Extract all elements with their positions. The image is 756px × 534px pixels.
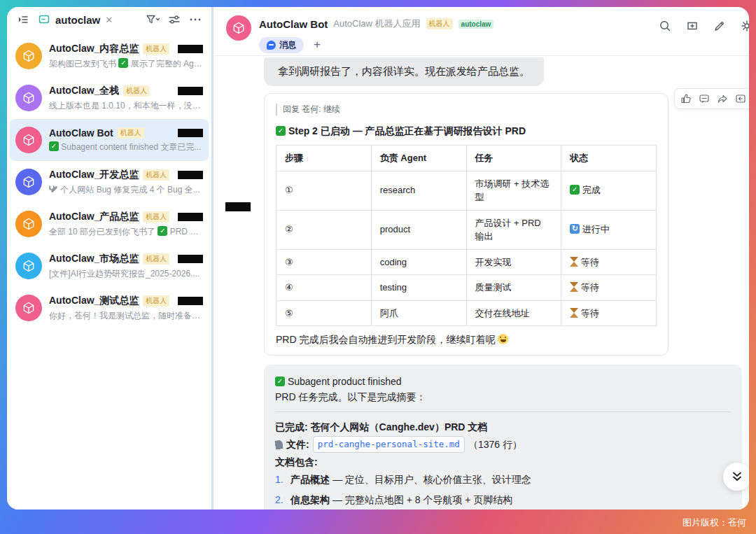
robot-tag: 机器人	[143, 169, 169, 181]
table-row: ① research 市场调研 + 技术选型 完成	[276, 171, 657, 210]
comment-icon[interactable]	[697, 92, 711, 106]
forward-icon[interactable]	[715, 92, 729, 106]
filter-funnel-icon[interactable]	[146, 12, 161, 27]
chat-list-item[interactable]: AutoClaw_测试总监机器人 你好，苍何！我是测试总监，随时准备接...	[10, 287, 209, 329]
message-area: 拿到调研报告了，内容很详实。现在派发给产品总监。 回复 苍何: 继续 Step …	[214, 56, 749, 510]
double-chevron-down-icon	[731, 470, 743, 483]
refresh-emoji-icon	[570, 224, 580, 234]
sort-settings-icon[interactable]	[167, 12, 182, 27]
table-cell-status: 完成	[561, 171, 657, 210]
table-cell-step: ①	[276, 171, 372, 210]
table-cell-step: ⑤	[276, 300, 372, 326]
chat-preview: 你好，苍何！我是测试总监，随时准备接...	[49, 310, 203, 322]
summary-line2: PRD 任务完成。以下是完成摘要：	[275, 389, 731, 405]
table-row: ② product 产品设计 + PRD 输出 进行中	[276, 210, 657, 249]
table-cell-agent: product	[371, 210, 466, 249]
main-panel: AutoClaw Bot AutoClaw 机器人应用 机器人 autoclaw…	[214, 7, 749, 510]
chat-preview: [文件]AI行业趋势研究报告_2025-2026....	[49, 268, 203, 280]
table-header-cell: 状态	[561, 146, 657, 171]
reply-quote[interactable]: 回复 苍何: 继续	[276, 104, 657, 115]
autoclaw-tag: autoclaw	[458, 20, 494, 29]
redacted-timestamp	[178, 45, 203, 53]
chat-preview: 个人网站 Bug 修复完成 4 个 Bug 全...	[49, 184, 203, 196]
hg-emoji-icon	[570, 257, 578, 267]
table-cell-agent: 阿爪	[371, 300, 466, 326]
smile-emoji-icon	[498, 334, 508, 344]
redacted-block	[225, 202, 251, 211]
bot-avatar	[15, 85, 42, 111]
list-item: 1.产品概述 — 定位、目标用户、核心价值主张、设计理念	[275, 470, 731, 490]
chat-list-item[interactable]: AutoClaw_市场总监机器人 [文件]AI行业趋势研究报告_2025-202…	[10, 245, 209, 287]
table-row: ③ coding 开发实现 等待	[276, 249, 657, 275]
more-options-icon[interactable]	[188, 12, 203, 27]
summary-done-title: 已完成: 苍何个人网站（Canghe.dev）PRD 文档	[275, 419, 731, 435]
conversation-header: AutoClaw Bot AutoClaw 机器人应用 机器人 autoclaw…	[214, 7, 749, 56]
chat-title: AutoClaw_全栈	[49, 85, 119, 97]
check-emoji-icon	[275, 377, 285, 386]
bot-avatar	[15, 169, 42, 195]
conversation-title: AutoClaw Bot	[259, 18, 328, 30]
file-line-count: （1376 行）	[468, 437, 522, 452]
list-term: 信息架构	[290, 494, 330, 505]
search-chip-label: autoclaw	[55, 14, 100, 26]
redacted-timestamp	[178, 297, 203, 305]
step-heading: Step 2 已启动 — 产品总监正在基于调研报告设计 PRD	[276, 125, 657, 138]
file-icon	[274, 440, 284, 449]
chat-list-item[interactable]: AutoClaw_全栈机器人 线上版本也是 1.0.10，和本地一样，没有...	[10, 77, 209, 119]
redacted-timestamp	[178, 87, 203, 95]
chat-list-item[interactable]: AutoClaw_开发总监机器人 个人网站 Bug 修复完成 4 个 Bug 全…	[10, 161, 209, 203]
sidebar: autoclaw ✕ AutoClaw_内容总监机器人 架构图已发到飞书 展示了…	[7, 7, 214, 510]
chat-title: AutoClaw_开发总监	[49, 169, 139, 181]
chat-list-item[interactable]: AutoClaw_内容总监机器人 架构图已发到飞书 展示了完整的 Age...	[10, 35, 209, 77]
card-footer-text: PRD 完成后我会自动推进到开发阶段，继续盯着呢	[276, 334, 657, 346]
thumbs-up-icon[interactable]	[679, 92, 693, 106]
bot-avatar	[15, 295, 42, 321]
table-cell-agent: testing	[371, 275, 466, 301]
table-header-cell: 步骤	[276, 146, 372, 171]
table-row: ④ testing 质量测试 等待	[276, 275, 657, 301]
search-icon[interactable]	[657, 18, 673, 34]
status-card-message: 回复 苍何: 继续 Step 2 已启动 — 产品总监正在基于调研报告设计 PR…	[264, 93, 668, 356]
robot-tag: 机器人	[118, 127, 144, 139]
annotate-pen-icon[interactable]	[712, 18, 727, 34]
check-emoji-icon	[118, 58, 128, 68]
file-name-link[interactable]: prd-canghe-personal-site.md	[313, 436, 465, 453]
bot-avatar	[15, 127, 42, 153]
table-cell-agent: research	[371, 171, 466, 210]
chat-title: AutoClaw_市场总监	[49, 253, 139, 265]
new-window-icon[interactable]	[685, 18, 700, 34]
scroll-to-bottom-button[interactable]	[723, 463, 749, 491]
conversation-subtitle: AutoClaw 机器人应用	[333, 17, 420, 30]
list-number: 1.	[275, 470, 286, 490]
table-header-cell: 负责 Agent	[371, 146, 466, 171]
tab-messages[interactable]: 消息	[259, 37, 304, 53]
message-bubble-icon	[267, 41, 276, 50]
summary-line1: Subagent product finished	[275, 374, 731, 389]
add-tab-button[interactable]: +	[314, 38, 321, 52]
summary-message: Subagent product finished PRD 任务完成。以下是完成…	[264, 365, 742, 510]
message-hover-toolbar	[674, 88, 749, 109]
search-filter-chip[interactable]: autoclaw ✕	[36, 12, 113, 27]
chat-list: AutoClaw_内容总监机器人 架构图已发到飞书 展示了完整的 Age... …	[7, 32, 211, 332]
chat-preview: 线上版本也是 1.0.10，和本地一样，没有...	[49, 100, 203, 112]
sidebar-header: autoclaw ✕	[7, 7, 211, 32]
table-cell-task: 产品设计 + PRD 输出	[466, 210, 561, 249]
redacted-timestamp	[178, 171, 203, 179]
settings-gear-icon[interactable]	[739, 18, 749, 34]
file-label: 文件:	[286, 437, 309, 452]
clear-search-icon[interactable]: ✕	[105, 15, 113, 25]
table-cell-status: 等待	[561, 249, 657, 275]
list-desc: — 完整站点地图 + 8 个导航项 + 页脚结构	[332, 494, 512, 505]
bot-avatar	[15, 253, 42, 279]
collapse-panel-icon[interactable]	[15, 12, 31, 27]
bot-avatar	[15, 211, 42, 237]
check-emoji-icon	[158, 226, 167, 236]
robot-tag: 机器人	[143, 253, 169, 265]
chat-list-item[interactable]: AutoClaw_产品总监机器人 全部 10 部分已发到你飞书了 PRD 太..…	[10, 203, 209, 245]
quote-reply-icon[interactable]	[734, 92, 748, 106]
check-emoji-icon	[276, 126, 286, 136]
image-copyright-watermark: 图片版权：苍何	[682, 517, 746, 529]
robot-tag: 机器人	[143, 211, 169, 223]
chat-list-item-selected[interactable]: AutoClaw Bot机器人 Subagent content finishe…	[10, 119, 209, 161]
table-cell-agent: coding	[371, 249, 466, 275]
